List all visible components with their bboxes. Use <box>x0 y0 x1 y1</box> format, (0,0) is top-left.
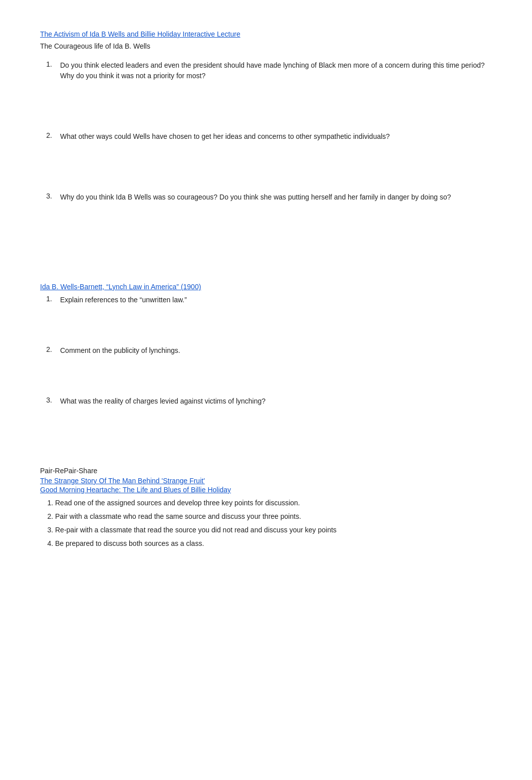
section2-question-2-number: 2. <box>40 345 60 356</box>
pair-label: Pair-RePair-Share <box>40 467 491 475</box>
section2-question-3-block: 3. What was the reality of charges levie… <box>40 396 491 407</box>
header-subtitle: The Courageous life of Ida B. Wells <box>40 42 491 50</box>
pair-instructions-list: Read one of the assigned sources and dev… <box>40 498 491 549</box>
section2-question-1-text: Explain references to the “unwritten law… <box>60 295 491 305</box>
question-2-block: 2. What other ways could Wells have chos… <box>40 131 491 142</box>
section2-question-3: 3. What was the reality of charges levie… <box>40 396 491 407</box>
pair-instruction-2: Pair with a classmate who read the same … <box>55 511 491 522</box>
header-link[interactable]: The Activism of Ida B Wells and Billie H… <box>40 30 491 38</box>
section2-question-2: 2. Comment on the publicity of lynchings… <box>40 345 491 356</box>
question-2-number: 2. <box>40 131 60 142</box>
pair-instruction-4: Be prepared to discuss both sources as a… <box>55 538 491 549</box>
section2-question-2-text: Comment on the publicity of lynchings. <box>60 345 491 356</box>
pair-links: The Strange Story Of The Man Behind 'Str… <box>40 477 491 494</box>
pair-link-1[interactable]: The Strange Story Of The Man Behind 'Str… <box>40 477 491 485</box>
question-1: 1. Do you think elected leaders and even… <box>40 60 491 81</box>
pair-instruction-1: Read one of the assigned sources and dev… <box>55 498 491 508</box>
question-1-block: 1. Do you think elected leaders and even… <box>40 60 491 81</box>
pair-instruction-3: Re-pair with a classmate that read the s… <box>55 525 491 535</box>
question-1-number: 1. <box>40 60 60 81</box>
question-1-text: Do you think elected leaders and even th… <box>60 60 491 81</box>
question-3: 3. Why do you think Ida B Wells was so c… <box>40 192 491 203</box>
pair-repair-share-section: Pair-RePair-Share The Strange Story Of T… <box>40 467 491 549</box>
pair-link-2[interactable]: Good Morning Heartache: The Life and Blu… <box>40 486 491 494</box>
section2-question-1-number: 1. <box>40 295 60 305</box>
page-content: The Activism of Ida B Wells and Billie H… <box>40 30 491 549</box>
question-3-block: 3. Why do you think Ida B Wells was so c… <box>40 192 491 203</box>
header-section: The Activism of Ida B Wells and Billie H… <box>40 30 491 50</box>
question-2-text: What other ways could Wells have chosen … <box>60 131 491 142</box>
section2-question-2-block: 2. Comment on the publicity of lynchings… <box>40 345 491 356</box>
section1-questions: 1. Do you think elected leaders and even… <box>40 60 491 203</box>
section2-question-1: 1. Explain references to the “unwritten … <box>40 295 491 305</box>
question-3-text: Why do you think Ida B Wells was so cour… <box>60 192 491 203</box>
section2: Ida B. Wells-Barnett, “Lynch Law in Amer… <box>40 283 491 407</box>
question-2: 2. What other ways could Wells have chos… <box>40 131 491 142</box>
section2-question-1-block: 1. Explain references to the “unwritten … <box>40 295 491 305</box>
section2-question-3-text: What was the reality of charges levied a… <box>60 396 491 407</box>
section2-question-3-number: 3. <box>40 396 60 407</box>
section2-title[interactable]: Ida B. Wells-Barnett, “Lynch Law in Amer… <box>40 283 491 291</box>
question-3-number: 3. <box>40 192 60 203</box>
